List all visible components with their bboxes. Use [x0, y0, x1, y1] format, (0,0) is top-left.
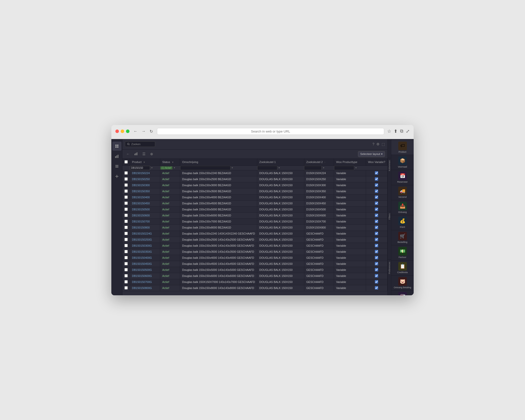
col-header-zoeksleutel1[interactable]: Zoeksleutel 1	[257, 159, 304, 166]
help-icon[interactable]: ?	[372, 142, 374, 146]
filter-product-input[interactable]	[130, 166, 150, 170]
row-select-checkbox[interactable]	[124, 220, 128, 223]
address-bar[interactable]	[157, 128, 384, 135]
col-header-product[interactable]: Product ▼	[130, 159, 160, 166]
row-checkbox-cell[interactable]	[122, 279, 130, 285]
table-row[interactable]: DB150150600G Actief Douglas balk 150x150…	[122, 273, 387, 279]
woo-variatie-checkbox[interactable]	[375, 280, 378, 283]
filter-omschrijving-input[interactable]	[180, 166, 231, 170]
woo-variatie-checkbox[interactable]	[375, 214, 378, 217]
settings-icon[interactable]: ⚙	[376, 142, 380, 146]
col-header-zoeksleutel2[interactable]: Zoeksleutel 2 ↑	[304, 159, 334, 166]
woo-variatie-checkbox[interactable]	[375, 286, 378, 289]
table-row[interactable]: DB150150224 Actief Douglas balk 150x150x…	[122, 170, 387, 176]
filter-woo-producttype-icon[interactable]: ▼	[355, 167, 357, 169]
sidebar-item-creditnota[interactable]: 📋 Creditnota	[391, 261, 414, 276]
row-select-checkbox[interactable]	[124, 268, 128, 271]
filter-product-icon[interactable]: ▼	[151, 167, 153, 169]
table-row[interactable]: DB150150800G Actief Douglas balk 150x150…	[122, 285, 387, 291]
row-select-checkbox[interactable]	[124, 189, 128, 193]
woo-variatie-checkbox[interactable]	[375, 202, 378, 205]
row-select-checkbox[interactable]	[124, 214, 128, 217]
row-select-checkbox[interactable]	[124, 244, 128, 247]
col-header-woo-variatie[interactable]: Woo Variatie?	[366, 159, 387, 166]
row-checkbox-cell[interactable]	[122, 231, 130, 237]
table-row[interactable]: DB150150400 Actief Douglas balk 150x150x…	[122, 194, 387, 200]
table-row[interactable]: DB150150224G Actief Douglas balk 150x150…	[122, 231, 387, 237]
table-row[interactable]: DB150150600 Actief Douglas balk 150x150x…	[122, 212, 387, 218]
woo-variatie-checkbox[interactable]	[375, 232, 378, 235]
sidebar-item-add[interactable]	[112, 172, 121, 181]
row-select-checkbox[interactable]	[124, 262, 128, 265]
strip-kolommen[interactable]: Kolommen	[388, 158, 391, 173]
row-checkbox-cell[interactable]	[122, 224, 130, 231]
col-header-woo-producttype[interactable]: Woo Producttype	[334, 159, 366, 166]
strip-preferences[interactable]: Preferences	[388, 260, 391, 276]
row-checkbox-cell[interactable]	[122, 188, 130, 194]
woo-variatie-checkbox[interactable]	[375, 226, 378, 229]
woo-variatie-checkbox[interactable]	[375, 220, 378, 223]
reload-button[interactable]: ↻	[149, 128, 154, 134]
add-record-button[interactable]: ⊕	[149, 151, 154, 157]
row-checkbox-cell[interactable]	[122, 267, 130, 273]
woo-variatie-checkbox[interactable]	[375, 256, 378, 259]
row-checkbox-cell[interactable]	[122, 273, 130, 279]
sidebar-item-factuur[interactable]: 💵 Factuur	[391, 245, 414, 261]
filter-omschrijving-icon[interactable]: ▼	[231, 167, 234, 169]
search-box[interactable]: Zoeken	[125, 141, 155, 147]
row-checkbox-cell[interactable]	[122, 206, 130, 212]
logout-icon[interactable]: ⬚	[382, 142, 385, 146]
row-checkbox-cell[interactable]	[122, 194, 130, 200]
row-select-checkbox[interactable]	[124, 171, 128, 175]
table-row[interactable]: DB150150500 Actief Douglas balk 150x150x…	[122, 206, 387, 212]
woo-variatie-checkbox[interactable]	[375, 262, 378, 265]
filter-zoeksleutel1-icon[interactable]: ▼	[278, 167, 280, 169]
close-button[interactable]	[115, 130, 119, 133]
woo-variatie-checkbox[interactable]	[375, 177, 378, 181]
table-row[interactable]: DB150150700 Actief Douglas balk 150x150x…	[122, 218, 387, 224]
sidebar-item-ontvang[interactable]: 📥 Ontvang	[391, 200, 414, 215]
row-select-checkbox[interactable]	[124, 183, 128, 187]
row-select-checkbox[interactable]	[124, 286, 128, 289]
row-checkbox-cell[interactable]	[122, 249, 130, 255]
select-all-header[interactable]	[122, 159, 130, 166]
row-select-checkbox[interactable]	[124, 256, 128, 259]
back-button[interactable]: ←	[133, 128, 139, 134]
row-select-checkbox[interactable]	[124, 232, 128, 235]
row-select-checkbox[interactable]	[124, 196, 128, 199]
row-checkbox-cell[interactable]	[122, 237, 130, 243]
table-row[interactable]: DB150150300 Actief Douglas balk 150x150x…	[122, 182, 387, 188]
row-checkbox-cell[interactable]	[122, 212, 130, 218]
share-icon[interactable]: ⬆	[394, 128, 398, 134]
row-checkbox-cell[interactable]	[122, 285, 130, 291]
bookmark-icon[interactable]: ☆	[387, 128, 391, 134]
table-row[interactable]: DB150150250G Actief Douglas balk 150x150…	[122, 237, 387, 243]
woo-variatie-checkbox[interactable]	[375, 183, 378, 187]
fullscreen-icon[interactable]: ⤢	[406, 128, 410, 134]
row-checkbox-cell[interactable]	[122, 182, 130, 188]
filter-woo-producttype-input[interactable]	[334, 166, 354, 170]
layout-selector[interactable]: Selecteer layout ▾	[358, 151, 385, 157]
row-checkbox-cell[interactable]	[122, 261, 130, 267]
woo-variatie-checkbox[interactable]	[375, 171, 378, 175]
sidebar-item-ontvang-betaling[interactable]: 🐷 Ontvang Betaling	[391, 276, 414, 291]
sidebar-item-list[interactable]	[112, 162, 121, 171]
woo-variatie-checkbox[interactable]	[375, 196, 378, 199]
row-select-checkbox[interactable]	[124, 202, 128, 205]
row-checkbox-cell[interactable]	[122, 170, 130, 176]
new-tab-icon[interactable]: ⧉	[400, 128, 403, 134]
back-nav-button[interactable]: ←	[125, 151, 131, 157]
maximize-button[interactable]	[126, 130, 129, 133]
row-checkbox-cell[interactable]	[122, 200, 130, 206]
table-row[interactable]: DB150150700G Actief Douglas balk 150X150…	[122, 279, 387, 285]
woo-variatie-checkbox[interactable]	[375, 250, 378, 253]
sidebar-item-home[interactable]	[112, 142, 121, 151]
table-row[interactable]: DB150150250 Actief Douglas balk 150x150x…	[122, 176, 387, 182]
woo-variatie-checkbox[interactable]	[375, 208, 378, 211]
row-select-checkbox[interactable]	[124, 274, 128, 277]
filter-zoeksleutel2-input[interactable]	[304, 166, 322, 170]
list-view-button[interactable]: ☰	[141, 151, 147, 157]
strip-filters[interactable]: Filters	[388, 211, 391, 222]
status-filter-badge[interactable]: (1) Actief	[160, 166, 173, 170]
filter-zoeksleutel1-input[interactable]	[257, 166, 277, 170]
